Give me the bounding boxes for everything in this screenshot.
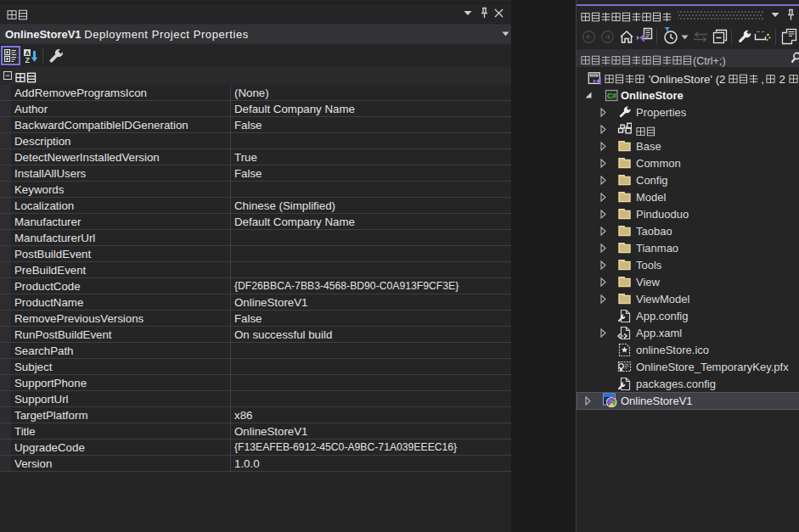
svg-text:Z: Z <box>25 56 30 64</box>
svg-text:C#: C# <box>607 92 616 100</box>
